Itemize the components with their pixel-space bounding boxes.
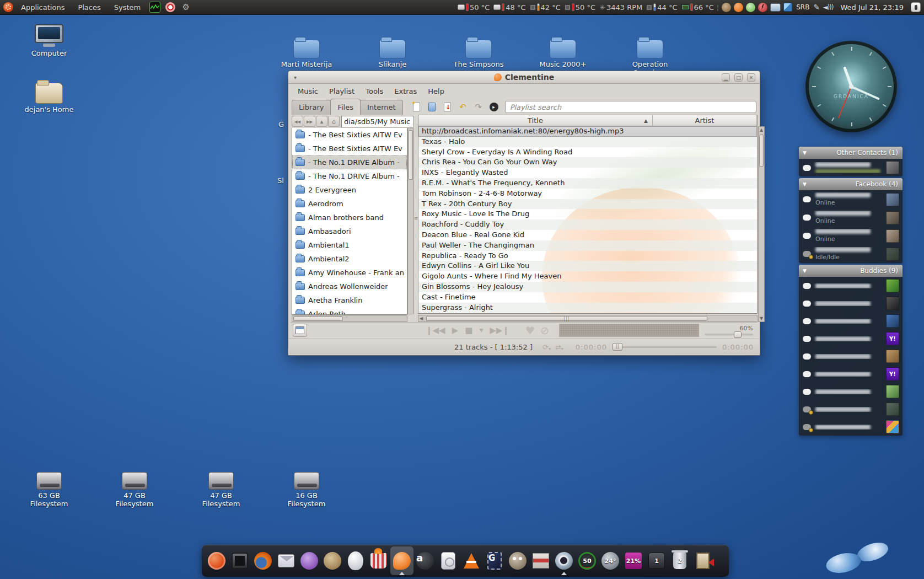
workspace-cube-tray-icon[interactable] — [783, 3, 792, 12]
system-monitor-icon[interactable] — [149, 2, 160, 13]
nav-up-icon[interactable]: ▴ — [316, 116, 327, 127]
dock-item-weather[interactable]: 24° — [599, 546, 622, 575]
tablet-pen-icon[interactable]: ✎ — [813, 3, 820, 12]
desktop-icon-home[interactable]: dejan's Home — [19, 83, 79, 114]
nav-back-icon[interactable]: ◂◂ — [292, 116, 303, 127]
track-row[interactable]: Cast - Finetime — [418, 292, 757, 303]
volume-icon[interactable]: ◄))) — [823, 3, 833, 11]
tab-files[interactable]: Files — [330, 99, 361, 115]
track-row[interactable]: Deacon Blue - Real Gone Kid — [418, 230, 757, 240]
gears-icon[interactable]: ⚙ — [180, 2, 191, 13]
file-list-hscrollbar[interactable] — [292, 315, 407, 322]
desktop-icon-drive[interactable]: 47 GB Filesystem — [191, 472, 251, 508]
minimize-button[interactable]: ▁ — [722, 73, 730, 82]
folder-row[interactable]: 2 Everygreen — [292, 183, 407, 197]
buddy-row[interactable]: Online — [799, 227, 902, 245]
help-lifesaver-icon[interactable] — [165, 2, 176, 13]
track-row[interactable]: Gigolo Aunts - Where I Find My Heaven — [418, 271, 757, 282]
dock-item-battery-monitor[interactable]: 21% — [622, 546, 645, 575]
buddy-row[interactable] — [799, 400, 902, 418]
dock-item-egg-app[interactable] — [344, 546, 367, 575]
buddy-row[interactable]: Y! — [799, 365, 902, 383]
buddy-group-header[interactable]: ▼Other Contacts (1) — [799, 147, 902, 159]
buddy-row[interactable] — [799, 383, 902, 400]
ban-track-icon[interactable]: ⊘ — [540, 324, 549, 336]
track-row[interactable]: Supergrass - Alright — [418, 303, 757, 313]
menu-extras[interactable]: Extras — [389, 85, 422, 97]
maximize-button[interactable]: □ — [734, 73, 743, 82]
track-row[interactable]: R.E.M. - What's The Frequency, Kenneth — [418, 178, 757, 189]
playlist-search-input[interactable]: Playlist search — [505, 101, 756, 113]
folder-row[interactable]: - The No.1 DRIVE Album - — [292, 156, 407, 169]
tab-internet[interactable]: Internet — [360, 100, 403, 115]
hamster-tray-icon[interactable] — [722, 3, 731, 12]
folder-row[interactable]: - The No.1 DRIVE Album - — [292, 169, 407, 183]
playlist-hscrollbar[interactable]: ◀||| — [418, 315, 758, 322]
track-row[interactable]: Chris Rea - You Can Go Your Own Way — [418, 157, 757, 168]
folder-row[interactable]: Ambiental2 — [292, 252, 407, 266]
menu-system[interactable]: System — [109, 1, 146, 14]
dock-item-workspace-switcher[interactable]: 1 — [645, 546, 668, 575]
shuffle-mode-icon[interactable]: ⇄ — [555, 343, 563, 351]
folder-row[interactable]: Aretha Franklin — [292, 293, 407, 307]
session-button[interactable] — [911, 2, 921, 12]
dock-item-logout[interactable] — [691, 546, 715, 575]
buddy-row[interactable] — [799, 418, 902, 436]
dock-item-sensors-gauge[interactable]: 50 — [576, 546, 599, 575]
menu-help[interactable]: Help — [423, 85, 449, 97]
buddy-row[interactable]: Online — [799, 208, 902, 227]
distro-menu-icon[interactable] — [3, 2, 13, 12]
dock-item-basket[interactable] — [367, 546, 390, 575]
track-row[interactable]: Gin Blossoms - Hey Jealousy — [418, 282, 757, 292]
folder-row[interactable]: - The Best Sixties AITW Ev — [292, 128, 407, 142]
dock-item-trash[interactable]: 2 — [668, 546, 691, 575]
folder-row[interactable]: - The Best Sixties AITW Ev — [292, 142, 407, 156]
open-playlist-icon[interactable] — [426, 101, 439, 113]
buddy-row[interactable] — [799, 277, 902, 294]
dock-item-firefox[interactable] — [251, 546, 275, 575]
analyzer-area[interactable] — [559, 324, 699, 337]
nav-home-icon[interactable]: ⌂ — [328, 116, 340, 127]
dock-item-clementine[interactable] — [390, 546, 413, 575]
folder-row[interactable]: Ambiental1 — [292, 238, 407, 252]
seek-slider[interactable]: || — [613, 346, 717, 348]
previous-button[interactable]: ❙◀◀ — [423, 325, 448, 335]
messenger-tray-icon[interactable] — [746, 3, 755, 12]
column-title[interactable]: Title▲ — [418, 115, 653, 126]
folder-row[interactable]: Amy Winehouse - Frank an — [292, 266, 407, 280]
keyboard-layout-indicator[interactable]: SRB — [795, 3, 810, 11]
buddy-row[interactable] — [799, 294, 902, 312]
power-tray-icon[interactable] — [758, 3, 767, 12]
buddy-row[interactable] — [799, 347, 902, 365]
buddy-row[interactable]: Idle/Idle — [799, 245, 902, 263]
dock-item-video-editor[interactable] — [552, 546, 576, 575]
file-list-vscrollbar[interactable] — [407, 128, 414, 314]
playlist-sidebar-toggle-icon[interactable] — [293, 324, 307, 337]
menu-tools[interactable]: Tools — [361, 85, 388, 97]
window-titlebar[interactable]: ▾ Clementine ▁ □ ✕ — [288, 71, 760, 84]
dock-item-gimp[interactable] — [506, 546, 529, 575]
desktop-icon-drive[interactable]: 47 GB Filesystem — [104, 472, 165, 508]
buddy-row[interactable] — [799, 312, 902, 330]
track-row[interactable]: Republica - Ready To Go — [418, 251, 757, 261]
menu-music[interactable]: Music — [293, 85, 323, 97]
folder-row[interactable]: Aerodrom — [292, 197, 407, 211]
clementine-tray-icon[interactable] — [734, 3, 743, 12]
play-button[interactable]: ▶ — [449, 325, 461, 335]
undo-icon[interactable]: ↶ — [456, 101, 470, 113]
tab-library[interactable]: Library — [292, 100, 331, 115]
desktop-icon-drive[interactable]: 16 GB Filesystem — [276, 472, 337, 508]
redo-icon[interactable]: ↷ — [472, 101, 485, 113]
love-track-icon[interactable]: ♥ — [525, 324, 535, 336]
track-row[interactable]: Roachford - Cuddly Toy — [418, 219, 757, 230]
menu-applications[interactable]: Applications — [15, 1, 70, 14]
track-row[interactable]: Paul Weller - The Changingman — [418, 240, 757, 251]
expand-playlist-icon[interactable]: ▸ — [487, 101, 501, 113]
track-row[interactable]: T Rex - 20th Century Boy — [418, 199, 757, 210]
next-button[interactable]: ▶▶❙ — [487, 325, 512, 335]
dock-item-vlc[interactable] — [460, 546, 483, 575]
menu-playlist[interactable]: Playlist — [324, 85, 359, 97]
desktop-icon-folder[interactable]: Music 2000+ — [533, 40, 593, 69]
dock-item-amarok[interactable]: a — [413, 546, 437, 575]
buddy-row[interactable]: Y! — [799, 330, 902, 347]
